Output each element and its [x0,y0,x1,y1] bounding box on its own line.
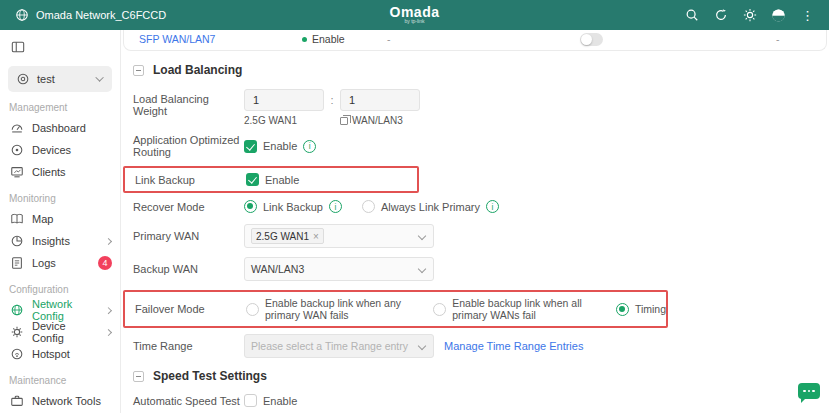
collapse-sidebar-icon[interactable] [11,40,25,54]
weight-port-2-label: WAN/LAN3 [352,115,403,126]
map-icon [10,212,24,226]
recover-link-backup-radio[interactable] [244,200,257,213]
checkbox-label: Enable [265,174,299,186]
section-label-configuration: Configuration [9,284,120,295]
sidebar-item-label: Clients [32,166,66,178]
failover-mode-row: Failover Mode Enable backup link when an… [135,297,666,321]
field-label: Failover Mode [135,303,246,315]
application-optimized-routing-row: Application Optimized Routing Enable i [133,134,829,158]
sidebar-item-label: Dashboard [32,122,86,134]
sidebar-item-label: Hotspot [32,348,70,360]
sidebar-item-label: Logs [32,257,56,269]
hotspot-icon [10,347,24,361]
sidebar-item-label: Device Config [32,320,98,344]
sidebar-item-clients[interactable]: Clients [0,161,120,183]
backup-wan-row: Backup WAN WAN/LAN3 [133,257,829,281]
refresh-icon[interactable] [713,8,728,23]
insights-icon [10,234,24,248]
weight-input-2[interactable] [340,89,420,111]
status-dot-icon [302,37,307,42]
sidebar-item-map[interactable]: Map [0,208,120,230]
wan-status: Enable [302,33,345,45]
weight-port-1-label: 2.5G WAN1 [244,115,340,126]
link-backup-annotation-box: Link Backup Enable [123,166,419,193]
speed-test-section-header: Speed Test Settings [133,369,829,383]
aor-enable-checkbox[interactable] [244,140,257,153]
network-config-icon [10,303,24,317]
search-icon[interactable] [684,8,699,23]
collapse-section-icon[interactable] [133,65,144,76]
sidebar-item-label: Insights [32,235,70,247]
tag-label: 2.5G WAN1 [256,231,309,242]
radio-label: Enable backup link when all primary WANs… [452,297,600,321]
section-label-maintenance: Maintenance [9,375,120,386]
radio-label: Link Backup [263,201,323,213]
link-backup-enable-checkbox[interactable] [246,173,259,186]
info-icon[interactable]: i [303,140,316,153]
logs-count-badge: 4 [98,256,112,270]
info-icon[interactable]: i [486,200,499,213]
failover-timing-radio[interactable] [616,303,629,316]
checkbox-label: Enable [263,395,297,407]
collapse-section-icon[interactable] [133,371,144,382]
wan-table-row: SFP WAN/LAN7 Enable - - [123,30,827,51]
sidebar-item-label: Network Tools [32,395,101,407]
dashboard-icon [10,121,24,135]
time-range-select[interactable]: Please select a Time Range entry [244,334,434,358]
weight-input-1[interactable] [244,89,324,111]
chat-bubble-icon[interactable] [798,383,820,399]
sidebar-item-insights[interactable]: Insights [0,230,120,252]
wan-status-text: Enable [312,33,345,45]
recover-always-link-primary-radio[interactable] [362,200,375,213]
failover-any-wan-radio[interactable] [246,303,259,316]
info-icon[interactable]: i [329,200,342,213]
sidebar-item-dashboard[interactable]: Dashboard [0,117,120,139]
radio-label: Timing [635,303,666,315]
globe-icon [14,8,29,23]
sidebar: test Management Dashboard Devices Client… [0,30,121,413]
wan-port-link[interactable]: SFP WAN/LAN7 [139,33,215,45]
select-value: WAN/LAN3 [251,263,304,275]
section-label-management: Management [9,102,120,113]
sidebar-item-logs[interactable]: Logs 4 [0,252,120,274]
site-selector[interactable]: test [8,66,112,92]
kebab-menu-icon[interactable]: ⋮ [800,8,815,23]
manage-time-range-link[interactable]: Manage Time Range Entries [444,340,583,352]
field-label: Recover Mode [133,201,244,213]
radio-label: Enable backup link when any primary WAN … [265,297,417,321]
backup-wan-select[interactable]: WAN/LAN3 [244,257,434,281]
auto-speed-test-checkbox[interactable] [244,394,257,407]
sidebar-item-device-config[interactable]: Device Config [0,321,120,343]
field-label: Backup WAN [133,263,244,275]
wan-toggle[interactable] [580,33,603,46]
field-label: Application Optimized Routing [133,134,244,158]
remove-tag-icon[interactable]: × [313,231,319,242]
automatic-speed-test-row: Automatic Speed Test Enable [133,394,829,407]
sidebar-item-network-tools[interactable]: Network Tools [0,390,120,412]
brightness-icon[interactable] [742,8,757,23]
weight-separator: : [324,94,340,106]
site-name: test [37,73,55,85]
field-label: Load Balancing Weight [133,89,244,117]
time-range-row: Time Range Please select a Time Range en… [133,334,829,358]
section-title: Load Balancing [153,63,242,77]
submenu-arrow-icon [105,329,112,336]
wan-empty-value: - [776,33,780,45]
sidebar-item-network-config[interactable]: Network Config [0,299,120,321]
select-placeholder: Please select a Time Range entry [251,340,408,352]
load-balancing-section-header: Load Balancing [133,63,829,77]
sidebar-item-hotspot[interactable]: Hotspot [0,343,120,365]
failover-all-wans-radio[interactable] [433,303,446,316]
sidebar-item-devices[interactable]: Devices [0,139,120,161]
network-tools-icon [10,394,24,408]
device-config-icon [10,325,24,339]
site-title: Omada Network_C6FCCD [36,9,166,21]
top-header: Omada Network_C6FCCD Omada by tp-link ⋮ [0,0,829,30]
primary-wan-select[interactable]: 2.5G WAN1 × [244,224,434,248]
section-title: Speed Test Settings [153,369,267,383]
failover-mode-annotation-box: Failover Mode Enable backup link when an… [123,290,668,328]
user-avatar-icon[interactable] [771,8,786,23]
site-icon [16,72,30,86]
checkbox-label: Enable [263,140,297,152]
chevron-down-icon [418,232,426,240]
